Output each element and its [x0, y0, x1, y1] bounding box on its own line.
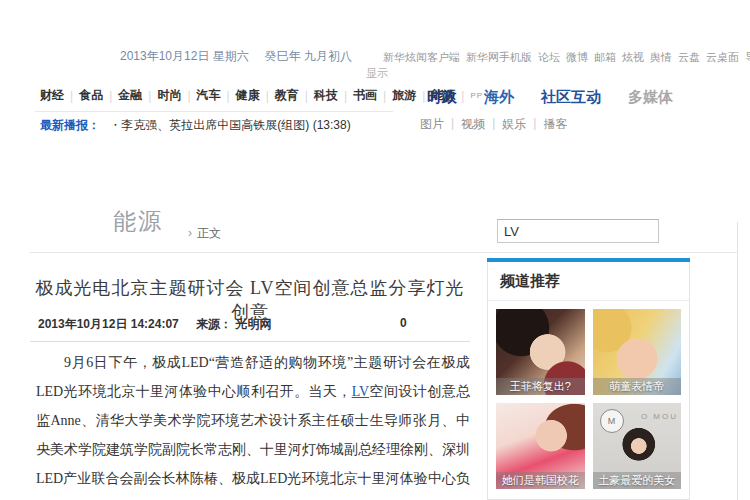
link-site-nav[interactable]: 导航	[745, 50, 750, 65]
tab-multimedia[interactable]: 多媒体	[628, 88, 673, 107]
current-date: 2013年10月12日 星期六癸巳年 九月初八	[120, 48, 352, 65]
link-cloud-disk[interactable]: 云盘	[678, 50, 700, 65]
search-input[interactable]	[497, 219, 659, 243]
article-meta: 2013年10月12日 14:24:07 来源： 光明网 0	[38, 316, 470, 333]
link-weibo[interactable]: 微博	[566, 50, 588, 65]
nav-item-fashion[interactable]: 时尚	[157, 87, 181, 104]
article-divider	[30, 341, 470, 342]
photo-backdrop-logo: M	[600, 409, 624, 433]
nav-separator: |	[305, 89, 308, 103]
nav-item-education[interactable]: 教育	[275, 87, 299, 104]
link-videos[interactable]: 视频	[461, 116, 485, 133]
media-separator: |	[533, 116, 536, 133]
promo-thumb-event-beauty[interactable]: M O MOU 土豪最爱的美女	[593, 403, 682, 489]
tab-overseas[interactable]: 海外	[484, 88, 514, 107]
link-forum[interactable]: 论坛	[538, 50, 560, 65]
link-cloud-desktop[interactable]: 云桌面	[706, 50, 739, 65]
nav-item-finance[interactable]: 财经	[40, 87, 64, 104]
nav-divider	[35, 111, 393, 112]
nav-item-health[interactable]: 健康	[236, 87, 260, 104]
breadcrumb: ›正文	[188, 225, 221, 242]
comment-count[interactable]: 0	[400, 316, 407, 330]
inline-lv-link[interactable]: LV	[352, 384, 369, 399]
nav-item-auto[interactable]: 汽车	[197, 87, 221, 104]
sidebar-thumb-grid: 王菲将复出? 萌童表情帝 她们是韩国校花 M O MOU 土豪最爱的美女	[488, 301, 689, 497]
nav-separator: |	[266, 89, 269, 103]
nav-separator: |	[148, 89, 151, 103]
lunar-date: 癸巳年 九月初八	[265, 49, 352, 63]
article-date: 2013年10月12日 14:24:07	[38, 317, 179, 331]
ticker-headline-link[interactable]: ・李克强、英拉出席中国高铁展(组图) (13:38)	[109, 118, 350, 132]
nav-separator: |	[227, 89, 230, 103]
gregorian-date: 2013年10月12日 星期六	[120, 49, 249, 63]
page: 2013年10月12日 星期六癸巳年 九月初八 新华炫闻客户端 新华网手机版 论…	[0, 0, 750, 500]
link-podcast[interactable]: 播客	[543, 116, 567, 133]
link-mobile-site[interactable]: 新华网手机版	[466, 50, 532, 65]
article-source[interactable]: 光明网	[235, 317, 271, 331]
nav-item-tech[interactable]: 科技	[314, 87, 338, 104]
breadcrumb-arrow-icon: ›	[188, 226, 192, 240]
sidebar-box: 频道推荐 王菲将复出? 萌童表情帝 她们是韩国校花 M O MOU 土豪最爱的美…	[487, 262, 690, 500]
nav-separator: |	[187, 89, 190, 103]
source-label: 来源：	[196, 317, 232, 331]
nav-item-banking[interactable]: 金融	[118, 87, 142, 104]
promo-caption: 萌童表情帝	[593, 378, 682, 395]
photo-backdrop-text: O MOU	[641, 412, 678, 421]
nav-item-travel[interactable]: 旅游	[392, 87, 416, 104]
link-xinhua-app[interactable]: 新华炫闻客户端	[383, 50, 460, 65]
promo-thumb-campus-beauty[interactable]: 她们是韩国校花	[496, 403, 585, 489]
nav-separator: |	[383, 89, 386, 103]
link-yuqing[interactable]: 舆情	[650, 50, 672, 65]
channel-title[interactable]: 能源	[113, 206, 163, 237]
link-video[interactable]: 炫视	[622, 50, 644, 65]
nav-separator: |	[422, 89, 425, 103]
link-mail[interactable]: 邮箱	[594, 50, 616, 65]
broken-image-alt-text: 显示	[366, 66, 388, 81]
tab-politics[interactable]: 时政	[427, 88, 457, 107]
top-utility-links: 新华炫闻客户端 新华网手机版 论坛 微博 邮箱 炫视 舆情 云盘 云桌面 导航	[383, 50, 737, 65]
right-column-divider	[737, 222, 738, 500]
news-ticker: 最新播报： ・李克强、英拉出席中国高铁展(组图) (13:38)	[40, 117, 351, 134]
sidebar-title: 频道推荐	[488, 262, 689, 301]
article-body: 9月6日下午，极成LED“营造舒适的购物环境”主题研讨会在极成LED光环境北京十…	[36, 348, 470, 500]
promo-caption: 王菲将复出?	[496, 378, 585, 395]
nav-item-food[interactable]: 食品	[79, 87, 103, 104]
tab-community[interactable]: 社区互动	[541, 88, 601, 107]
media-separator: |	[492, 116, 495, 133]
ticker-label: 最新播报：	[40, 118, 100, 132]
nav-separator: |	[70, 89, 73, 103]
breadcrumb-current: 正文	[197, 226, 221, 240]
link-pictures[interactable]: 图片	[420, 116, 444, 133]
media-links: 图片 | 视频 | 娱乐 | 播客	[420, 116, 567, 133]
main-section-tabs: 时政 海外 社区互动 多媒体	[427, 88, 673, 107]
promo-caption: 土豪最爱的美女	[593, 472, 682, 489]
section-divider	[30, 252, 737, 253]
nav-item-art[interactable]: 书画	[353, 87, 377, 104]
link-entertainment[interactable]: 娱乐	[502, 116, 526, 133]
paragraph-text: 空间设计创意总监Anne、清华大学美术学院环境艺术设计系主任硕士生导师张月、中央…	[36, 384, 470, 500]
promo-thumb-faye-wong[interactable]: 王菲将复出?	[496, 309, 585, 395]
promo-thumb-cute-child[interactable]: 萌童表情帝	[593, 309, 682, 395]
nav-separator: |	[109, 89, 112, 103]
nav-separator: |	[344, 89, 347, 103]
sidebar-recommended: 频道推荐 王菲将复出? 萌童表情帝 她们是韩国校花 M O MOU 土豪最爱的美…	[487, 258, 690, 500]
promo-caption: 她们是韩国校花	[496, 472, 585, 489]
media-separator: |	[451, 116, 454, 133]
